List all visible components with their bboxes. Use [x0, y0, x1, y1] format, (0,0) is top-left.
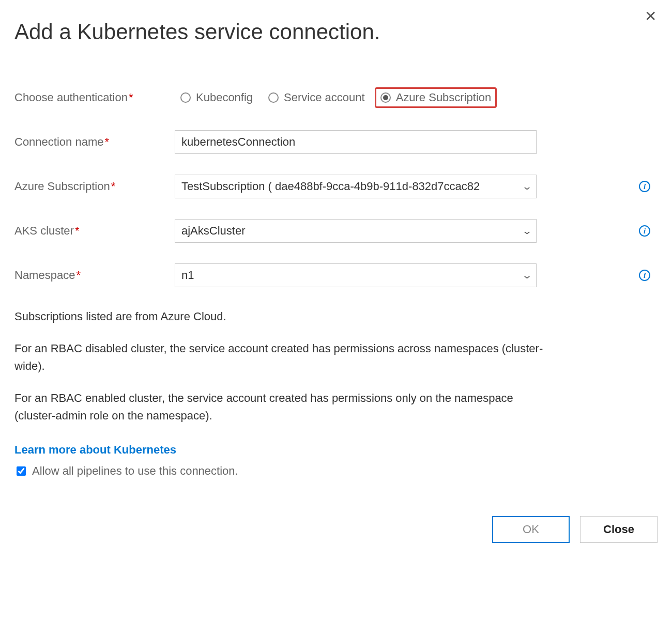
- close-icon[interactable]: ✕: [645, 9, 656, 24]
- connection-name-input[interactable]: [175, 130, 537, 154]
- auth-radio-service-account[interactable]: Service account: [263, 87, 371, 108]
- info-icon[interactable]: i: [639, 181, 650, 192]
- radio-label: Service account: [284, 91, 365, 104]
- allow-pipelines-checkbox[interactable]: [17, 466, 26, 476]
- required-asterisk: *: [129, 91, 133, 104]
- namespace-row: Namespace* n1 ⌄ i: [14, 263, 658, 287]
- close-button[interactable]: Close: [580, 516, 658, 543]
- aks-cluster-label: AKS cluster*: [14, 224, 175, 238]
- info-icon[interactable]: i: [639, 270, 650, 281]
- select-value: n1: [181, 269, 520, 282]
- auth-row: Choose authentication* Kubeconfig Servic…: [14, 86, 658, 110]
- select-value: TestSubscription ( dae488bf-9cca-4b9b-91…: [181, 180, 520, 193]
- chevron-down-icon: ⌄: [522, 181, 532, 192]
- info-icon[interactable]: i: [639, 225, 650, 237]
- chevron-down-icon: ⌄: [522, 225, 532, 237]
- label-text: AKS cluster: [14, 224, 74, 237]
- help-line-2: For an RBAC disabled cluster, the servic…: [14, 340, 552, 375]
- radio-icon: [380, 92, 391, 103]
- namespace-label: Namespace*: [14, 269, 175, 282]
- help-line-3: For an RBAC enabled cluster, the service…: [14, 389, 552, 425]
- required-asterisk: *: [104, 135, 109, 148]
- azure-subscription-label: Azure Subscription*: [14, 180, 175, 193]
- dialog-buttons: OK Close: [14, 516, 658, 543]
- dialog-title: Add a Kubernetes service connection.: [14, 20, 658, 44]
- aks-cluster-select[interactable]: ajAksCluster ⌄: [175, 219, 537, 243]
- required-asterisk: *: [75, 224, 80, 237]
- azure-subscription-row: Azure Subscription* TestSubscription ( d…: [14, 175, 658, 198]
- select-value: ajAksCluster: [181, 224, 520, 238]
- ok-button[interactable]: OK: [492, 516, 570, 543]
- connection-name-row: Connection name*: [14, 130, 658, 154]
- chevron-down-icon: ⌄: [522, 270, 532, 281]
- allow-pipelines-label: Allow all pipelines to use this connecti…: [32, 462, 238, 480]
- auth-label: Choose authentication*: [14, 91, 175, 104]
- label-text: Namespace: [14, 269, 75, 282]
- radio-label: Kubeconfig: [196, 91, 253, 104]
- allow-pipelines-row: Allow all pipelines to use this connecti…: [14, 462, 552, 480]
- namespace-select[interactable]: n1 ⌄: [175, 263, 537, 287]
- connection-name-label: Connection name*: [14, 135, 175, 149]
- label-text: Connection name: [14, 135, 103, 148]
- required-asterisk: *: [111, 180, 116, 193]
- azure-subscription-select[interactable]: TestSubscription ( dae488bf-9cca-4b9b-91…: [175, 175, 537, 198]
- auth-label-text: Choose authentication: [14, 91, 128, 104]
- learn-more-link[interactable]: Learn more about Kubernetes: [14, 441, 176, 459]
- radio-label: Azure Subscription: [396, 91, 492, 104]
- help-text-block: Subscriptions listed are from Azure Clou…: [14, 308, 552, 480]
- radio-icon: [180, 92, 191, 103]
- auth-radio-azure-subscription[interactable]: Azure Subscription: [375, 87, 497, 108]
- radio-icon: [268, 92, 279, 103]
- label-text: Azure Subscription: [14, 180, 110, 193]
- aks-cluster-row: AKS cluster* ajAksCluster ⌄ i: [14, 219, 658, 243]
- auth-radio-kubeconfig[interactable]: Kubeconfig: [175, 87, 258, 108]
- help-line-1: Subscriptions listed are from Azure Clou…: [14, 308, 552, 325]
- required-asterisk: *: [76, 269, 81, 282]
